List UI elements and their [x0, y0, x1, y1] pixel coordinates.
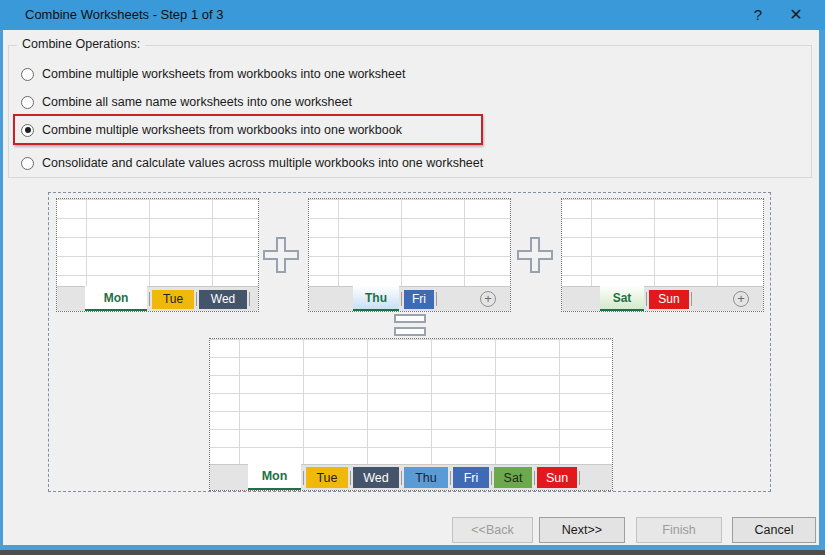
option-label: Combine all same name worksheets into on…: [42, 95, 352, 109]
option-consolidate-calculate[interactable]: Consolidate and calculate values across …: [21, 155, 483, 171]
next-button[interactable]: Next>>: [539, 517, 625, 543]
option-label: Combine multiple worksheets from workboo…: [42, 67, 405, 81]
radio-selected-icon[interactable]: [21, 124, 34, 137]
plus-operator-icon: [515, 235, 555, 275]
sheet-tab-thu: Thu: [404, 467, 448, 488]
sheet-tab-sat: Sat: [494, 467, 532, 488]
sheet-tab-fri: Fri: [404, 290, 434, 309]
window-shadow-strip: [0, 550, 825, 555]
result-workbook: Mon Tue Wed Thu Fri Sat Sun: [209, 338, 613, 491]
combine-operations-group: Combine Operations: Combine multiple wor…: [8, 45, 812, 178]
source-workbook-1: Mon Tue Wed: [56, 198, 259, 312]
option-label: Combine multiple worksheets from workboo…: [42, 123, 402, 137]
add-sheet-icon: +: [733, 291, 749, 307]
tab-divider: [534, 471, 535, 485]
titlebar[interactable]: Combine Worksheets - Step 1 of 3 ? ✕: [0, 0, 825, 30]
window-border-right: [819, 30, 825, 545]
combine-illustration: Mon Tue Wed Thu Fri: [48, 192, 771, 492]
tab-divider: [646, 292, 647, 306]
window-border-left: [0, 30, 3, 545]
sheet-tab-tue: Tue: [306, 467, 348, 488]
worksheet-grid: [210, 339, 612, 465]
radio-unselected-icon[interactable]: [21, 157, 34, 170]
tab-divider: [436, 292, 437, 306]
tab-divider: [579, 471, 580, 485]
source-workbook-2: Thu Fri +: [308, 198, 511, 312]
help-icon[interactable]: ?: [749, 0, 767, 30]
combine-worksheets-dialog: Combine Worksheets - Step 1 of 3 ? ✕ Com…: [0, 0, 825, 555]
sheet-tabstrip: Thu Fri +: [309, 286, 510, 311]
sheet-tab-tue: Tue: [152, 290, 194, 309]
tab-divider: [249, 292, 250, 306]
dialog-body: Combine Operations: Combine multiple wor…: [3, 30, 819, 545]
worksheet-grid: [57, 199, 258, 287]
tab-divider: [350, 471, 351, 485]
tab-divider: [196, 292, 197, 306]
option-combine-into-one-workbook[interactable]: Combine multiple worksheets from workboo…: [21, 122, 402, 138]
sheet-tab-wed: Wed: [353, 467, 399, 488]
tab-divider: [401, 471, 402, 485]
equals-operator-icon: [394, 314, 428, 340]
tab-divider: [401, 292, 402, 306]
dialog-title: Combine Worksheets - Step 1 of 3: [25, 0, 223, 30]
tab-divider: [149, 292, 150, 306]
source-workbook-3: Sat Sun +: [561, 198, 764, 312]
radio-unselected-icon[interactable]: [21, 96, 34, 109]
sheet-tabstrip: Mon Tue Wed Thu Fri Sat Sun: [210, 464, 612, 490]
option-label: Consolidate and calculate values across …: [42, 156, 483, 170]
back-button[interactable]: <<Back: [452, 517, 533, 543]
radio-unselected-icon[interactable]: [21, 68, 34, 81]
sheet-tab-thu: Thu: [353, 286, 399, 311]
tab-divider: [450, 471, 451, 485]
sheet-tab-sun: Sun: [537, 467, 577, 488]
option-combine-into-one-worksheet[interactable]: Combine multiple worksheets from workboo…: [21, 66, 405, 82]
sheet-tab-wed: Wed: [199, 290, 247, 309]
tab-divider: [303, 471, 304, 485]
tab-divider: [491, 471, 492, 485]
add-sheet-icon: +: [480, 291, 496, 307]
sheet-tab-sun: Sun: [649, 290, 689, 309]
close-icon[interactable]: ✕: [787, 0, 805, 30]
tab-divider: [691, 292, 692, 306]
option-combine-same-name-worksheets[interactable]: Combine all same name worksheets into on…: [21, 94, 352, 110]
sheet-tab-sat: Sat: [600, 286, 644, 311]
sheet-tab-mon: Mon: [248, 464, 301, 490]
sheet-tab-mon: Mon: [85, 286, 147, 311]
sheet-tabstrip: Mon Tue Wed: [57, 286, 258, 311]
finish-button[interactable]: Finish: [636, 517, 722, 543]
sheet-tabstrip: Sat Sun +: [562, 286, 763, 311]
sheet-tab-fri: Fri: [453, 467, 489, 488]
group-label: Combine Operations:: [17, 37, 145, 51]
plus-operator-icon: [261, 235, 301, 275]
worksheet-grid: [309, 199, 510, 287]
cancel-button[interactable]: Cancel: [732, 517, 816, 543]
worksheet-grid: [562, 199, 763, 287]
